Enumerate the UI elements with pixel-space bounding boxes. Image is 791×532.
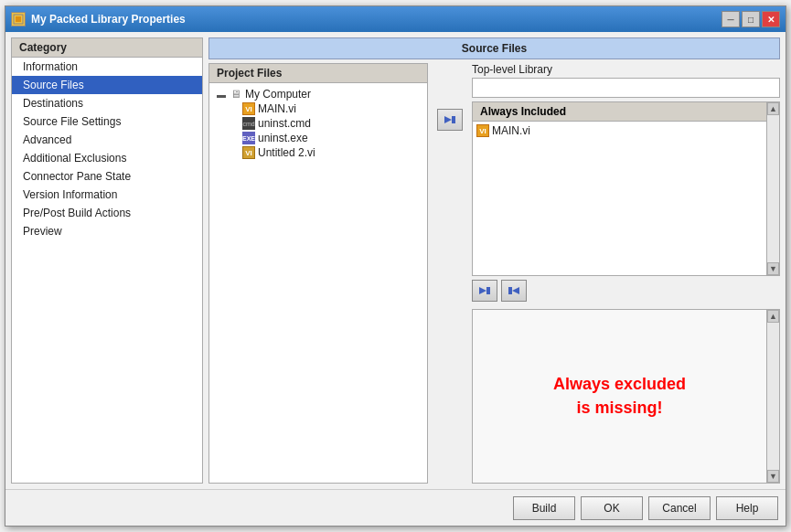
sidebar-item-connector-pane-state[interactable]: Connector Pane State [12, 167, 202, 186]
sidebar-item-advanced[interactable]: Advanced [12, 131, 202, 149]
tree-label-uninst-exe: uninst.exe [258, 132, 308, 144]
build-button[interactable]: Build [513, 496, 575, 520]
exe-icon-uninst: EXE [242, 132, 255, 144]
sidebar-header: Category [12, 38, 202, 58]
vi-icon-included-main: VI [476, 124, 489, 137]
add-to-top-level-button[interactable] [437, 109, 463, 131]
source-files-body: Project Files ▬ 🖥 My Computer VI [208, 63, 780, 484]
svg-rect-3 [452, 116, 455, 123]
svg-rect-7 [508, 287, 512, 294]
main-body: Category Information Source Files Destin… [5, 32, 786, 489]
vert-arrows-section [472, 280, 780, 305]
top-level-input[interactable] [472, 78, 780, 98]
tree-label-untitled2-vi: Untitled 2.vi [258, 146, 315, 159]
sidebar-item-pre-post-build-actions[interactable]: Pre/Post Build Actions [12, 204, 202, 222]
sidebar-item-additional-exclusions[interactable]: Additional Exclusions [12, 149, 202, 167]
excluded-scroll-up-arrow[interactable]: ▲ [767, 310, 779, 323]
always-included-header: Always Included [473, 102, 766, 122]
sidebar-item-information[interactable]: Information [12, 58, 202, 76]
middle-arrows [433, 63, 466, 484]
included-item-main-vi[interactable]: VI MAIN.vi [473, 123, 766, 138]
top-level-label: Top-level Library [472, 63, 780, 76]
excluded-scroll-track[interactable] [767, 323, 779, 470]
ok-button[interactable]: OK [581, 496, 643, 520]
panel-header: Source Files [208, 37, 780, 59]
cmd-icon-uninst: cmd [242, 117, 255, 130]
right-sections: Top-level Library Always Included [472, 63, 780, 484]
project-files-header: Project Files [209, 64, 427, 83]
always-excluded-panel: Always excludedis missing! ▲ ▼ [472, 309, 780, 484]
title-bar-buttons: ─ □ ✕ [722, 11, 780, 27]
tree-item-mycomputer[interactable]: ▬ 🖥 My Computer [209, 87, 427, 101]
tree-item-untitled2-vi[interactable]: VI Untitled 2.vi [209, 145, 427, 160]
sidebar-item-destinations[interactable]: Destinations [12, 94, 202, 112]
svg-marker-4 [479, 287, 486, 294]
scroll-up-arrow[interactable]: ▲ [767, 102, 779, 115]
tree-item-main-vi[interactable]: VI MAIN.vi [209, 101, 427, 116]
always-included-scrollbar[interactable]: ▲ ▼ [766, 102, 779, 275]
always-excluded-scrollbar[interactable]: ▲ ▼ [766, 310, 779, 483]
minimize-button[interactable]: ─ [722, 11, 740, 27]
window-title: My Packed Library Properties [31, 13, 722, 26]
always-included-content: VI MAIN.vi [473, 122, 766, 275]
tree-label-uninst-cmd: uninst.cmd [258, 117, 311, 130]
scroll-track[interactable] [767, 115, 779, 262]
close-button[interactable]: ✕ [762, 11, 780, 27]
tree-label-mycomputer: My Computer [245, 88, 311, 101]
add-to-excluded-button[interactable] [472, 280, 497, 302]
remove-from-excluded-button[interactable] [501, 280, 527, 302]
always-included-label: Always Included [480, 105, 566, 118]
vi-icon-main: VI [242, 102, 255, 115]
always-included-panel: Always Included VI MAIN.vi [472, 101, 780, 276]
tree-label-main-vi: MAIN.vi [258, 102, 296, 115]
tree-item-uninst-cmd[interactable]: cmd uninst.cmd [209, 116, 427, 131]
title-bar: My Packed Library Properties ─ □ ✕ [5, 6, 786, 32]
project-files-panel: Project Files ▬ 🖥 My Computer VI [208, 63, 428, 484]
svg-rect-1 [16, 16, 21, 22]
sidebar-item-source-files[interactable]: Source Files [12, 76, 202, 94]
vi2-icon-untitled: VI [242, 146, 255, 159]
included-label-main-vi: MAIN.vi [492, 124, 530, 137]
project-files-content: ▬ 🖥 My Computer VI MAIN.vi [209, 83, 427, 483]
maximize-button[interactable]: □ [742, 11, 760, 27]
right-panel: Source Files Project Files ▬ 🖥 My Comput… [208, 37, 780, 484]
always-excluded-missing-text: Always excludedis missing! [553, 373, 686, 419]
computer-icon: 🖥 [230, 88, 242, 101]
excluded-scroll-down-arrow[interactable]: ▼ [767, 470, 779, 483]
main-window: My Packed Library Properties ─ □ ✕ Categ… [5, 5, 786, 527]
sidebar: Category Information Source Files Destin… [11, 37, 203, 484]
window-icon [11, 12, 26, 27]
svg-rect-5 [486, 287, 490, 294]
tree-item-uninst-exe[interactable]: EXE uninst.exe [209, 131, 427, 145]
expand-icon-mycomputer[interactable]: ▬ [217, 90, 228, 100]
svg-marker-2 [444, 116, 452, 123]
sidebar-item-version-information[interactable]: Version Information [12, 186, 202, 204]
help-button[interactable]: Help [716, 496, 778, 520]
footer: Build OK Cancel Help [5, 489, 786, 526]
sidebar-item-source-file-settings[interactable]: Source File Settings [12, 112, 202, 131]
sidebar-item-preview[interactable]: Preview [12, 222, 202, 240]
svg-marker-6 [512, 287, 519, 294]
scroll-down-arrow[interactable]: ▼ [767, 262, 779, 275]
top-level-section: Top-level Library [472, 63, 780, 98]
cancel-button[interactable]: Cancel [648, 496, 711, 520]
